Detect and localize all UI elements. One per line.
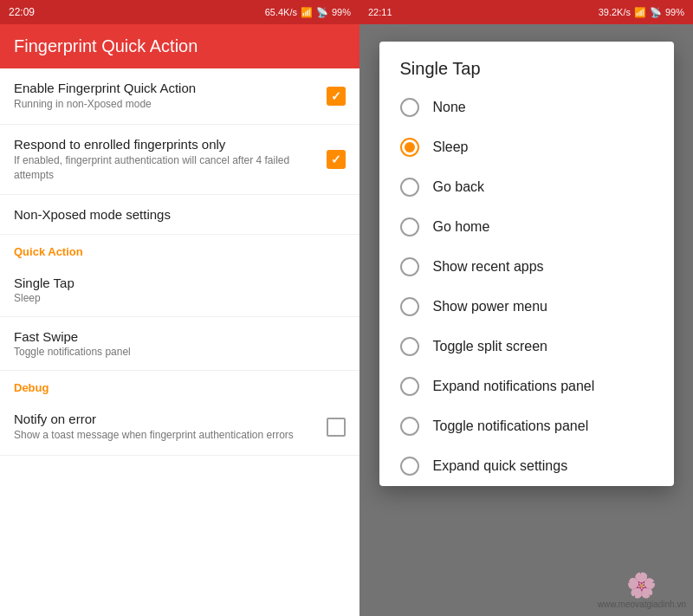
option-go-home-label: Go home bbox=[433, 219, 490, 235]
option-toggle-notif-label: Toggle notifications panel bbox=[433, 418, 589, 434]
radio-toggle-notif[interactable] bbox=[400, 417, 419, 436]
wifi-icon-right: 📡 bbox=[650, 7, 662, 18]
right-panel: 22:11 39.2K/s 📶 📡 99% Single Tap None Sl… bbox=[359, 0, 693, 616]
fast-swipe-label: Fast Swipe bbox=[14, 329, 346, 344]
notify-on-error-checkbox[interactable] bbox=[327, 418, 346, 437]
section-debug: Debug bbox=[0, 371, 359, 399]
speed-right: 39.2K/s bbox=[599, 7, 631, 17]
option-toggle-notif[interactable]: Toggle notifications panel bbox=[379, 406, 674, 446]
setting-respond-enrolled[interactable]: Respond to enrolled fingerprints only If… bbox=[0, 125, 359, 196]
notify-on-error-setting[interactable]: Notify on error Show a toast message whe… bbox=[0, 399, 359, 456]
radio-show-power[interactable] bbox=[400, 297, 419, 316]
option-sleep[interactable]: Sleep bbox=[379, 127, 674, 167]
non-xposed-title: Non-Xposed mode settings bbox=[14, 207, 346, 222]
option-go-back-label: Go back bbox=[433, 179, 485, 195]
enable-fqa-desc: Running in non-Xposed mode bbox=[14, 97, 327, 112]
single-tap-value: Sleep bbox=[14, 292, 346, 304]
app-header: Fingerprint Quick Action bbox=[0, 24, 359, 68]
option-none-label: None bbox=[433, 100, 466, 115]
option-show-power[interactable]: Show power menu bbox=[379, 287, 674, 327]
status-bar-left: 22:09 65.4K/s 📶 📡 99% bbox=[0, 0, 359, 24]
radio-show-recent[interactable] bbox=[400, 257, 419, 276]
respond-enrolled-desc: If enabled, fingerprint authentication w… bbox=[14, 153, 327, 183]
radio-sleep[interactable] bbox=[400, 138, 419, 157]
time-right: 22:11 bbox=[368, 7, 392, 17]
dialog-overlay: Single Tap None Sleep Go back Go home Sh… bbox=[359, 24, 693, 616]
status-icons-left: 65.4K/s 📶 📡 99% bbox=[265, 7, 351, 18]
section-quick-action: Quick Action bbox=[0, 235, 359, 263]
single-tap-setting[interactable]: Single Tap Sleep bbox=[0, 263, 359, 317]
radio-toggle-split[interactable] bbox=[400, 337, 419, 356]
watermark: 🌸 www.meovatgiadinh.vn bbox=[598, 571, 686, 609]
app-title: Fingerprint Quick Action bbox=[14, 36, 198, 55]
signal-icon-right: 📶 bbox=[634, 7, 646, 18]
time-left: 22:09 bbox=[9, 6, 35, 18]
non-xposed-setting[interactable]: Non-Xposed mode settings bbox=[0, 195, 359, 235]
option-expand-quick[interactable]: Expand quick settings bbox=[379, 446, 674, 486]
fast-swipe-setting[interactable]: Fast Swipe Toggle notifications panel bbox=[0, 317, 359, 371]
radio-expand-quick[interactable] bbox=[400, 457, 419, 476]
enable-fqa-checkbox[interactable] bbox=[327, 87, 346, 106]
option-expand-quick-label: Expand quick settings bbox=[433, 458, 568, 474]
radio-go-back[interactable] bbox=[400, 178, 419, 197]
single-tap-dialog: Single Tap None Sleep Go back Go home Sh… bbox=[379, 42, 674, 486]
radio-go-home[interactable] bbox=[400, 217, 419, 237]
speed-left: 65.4K/s bbox=[265, 7, 297, 17]
wifi-icon: 📡 bbox=[316, 7, 328, 18]
notify-on-error-title: Notify on error bbox=[14, 412, 327, 426]
respond-enrolled-title: Respond to enrolled fingerprints only bbox=[14, 137, 327, 152]
option-expand-notif[interactable]: Expand notifications panel bbox=[379, 366, 674, 406]
watermark-text: www.meovatgiadinh.vn bbox=[598, 600, 686, 609]
notify-on-error-desc: Show a toast message when fingerprint au… bbox=[14, 428, 327, 443]
option-sleep-label: Sleep bbox=[433, 139, 469, 155]
radio-none[interactable] bbox=[400, 98, 419, 117]
fast-swipe-value: Toggle notifications panel bbox=[14, 346, 346, 358]
status-icons-right: 39.2K/s 📶 📡 99% bbox=[599, 7, 684, 18]
option-go-back[interactable]: Go back bbox=[379, 167, 674, 207]
option-expand-notif-label: Expand notifications panel bbox=[433, 379, 595, 394]
option-show-power-label: Show power menu bbox=[433, 299, 548, 314]
dialog-title: Single Tap bbox=[379, 42, 674, 88]
option-none[interactable]: None bbox=[379, 88, 674, 127]
left-panel: 22:09 65.4K/s 📶 📡 99% Fingerprint Quick … bbox=[0, 0, 359, 616]
single-tap-label: Single Tap bbox=[14, 276, 346, 290]
option-toggle-split-label: Toggle split screen bbox=[433, 339, 548, 354]
battery-right: 99% bbox=[665, 7, 684, 17]
battery-left: 99% bbox=[332, 7, 351, 17]
option-toggle-split[interactable]: Toggle split screen bbox=[379, 327, 674, 366]
option-show-recent-label: Show recent apps bbox=[433, 259, 544, 275]
radio-expand-notif[interactable] bbox=[400, 377, 419, 396]
settings-content: Enable Fingerprint Quick Action Running … bbox=[0, 68, 359, 616]
setting-enable-fqa[interactable]: Enable Fingerprint Quick Action Running … bbox=[0, 68, 359, 125]
enable-fqa-title: Enable Fingerprint Quick Action bbox=[14, 81, 327, 95]
status-bar-right: 22:11 39.2K/s 📶 📡 99% bbox=[359, 0, 693, 24]
signal-icon: 📶 bbox=[301, 7, 313, 18]
respond-enrolled-checkbox[interactable] bbox=[327, 150, 346, 169]
watermark-icon: 🌸 bbox=[598, 571, 686, 600]
option-show-recent[interactable]: Show recent apps bbox=[379, 247, 674, 287]
option-go-home[interactable]: Go home bbox=[379, 207, 674, 247]
